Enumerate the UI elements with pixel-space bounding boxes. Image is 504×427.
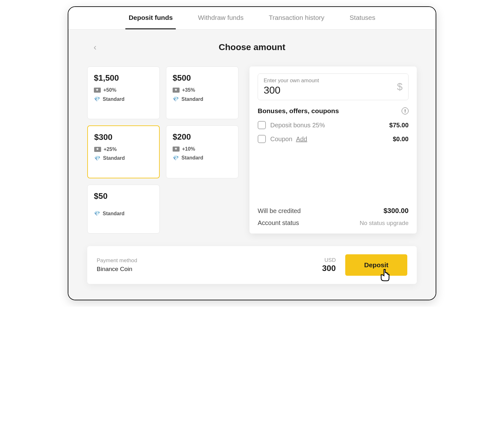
preset-500[interactable]: $500 +35% 💎 Standard bbox=[166, 66, 238, 119]
back-icon[interactable]: ‹ bbox=[94, 42, 96, 52]
preset-amount: $1,500 bbox=[94, 73, 153, 83]
credited-label: Will be credited bbox=[258, 207, 301, 215]
content: ‹ Choose amount $1,500 +50% 💎 Standard bbox=[68, 30, 436, 300]
summary-panel: Enter your own amount $ Bonuses, offers,… bbox=[249, 66, 417, 234]
preset-200[interactable]: $200 +10% 💎 Standard bbox=[166, 125, 238, 179]
footer-amount: USD 300 bbox=[322, 257, 336, 273]
amount-input[interactable] bbox=[264, 84, 327, 96]
cursor-icon bbox=[378, 268, 392, 288]
preset-bonus-text: +10% bbox=[182, 146, 195, 152]
coupon-text: Coupon bbox=[270, 136, 292, 142]
info-icon[interactable]: ! bbox=[402, 107, 409, 114]
footer: Payment method Binance Coin USD 300 Depo… bbox=[87, 246, 417, 284]
bonus-coupon-value: $0.00 bbox=[393, 136, 409, 143]
preset-amount: $500 bbox=[173, 73, 232, 83]
preset-tier-text: Standard bbox=[181, 96, 203, 102]
payment-method-label: Payment method bbox=[97, 257, 322, 264]
currency-icon: $ bbox=[397, 81, 403, 93]
coupon-add-link[interactable]: Add bbox=[296, 136, 307, 142]
preset-tier-text: Standard bbox=[103, 211, 124, 216]
page-title: Choose amount bbox=[87, 42, 417, 52]
diamond-icon: 💎 bbox=[94, 96, 100, 102]
preset-tier: 💎 Standard bbox=[173, 96, 232, 102]
tab-deposit[interactable]: Deposit funds bbox=[125, 7, 176, 29]
tab-history[interactable]: Transaction history bbox=[266, 7, 328, 29]
preset-bonus-text: +50% bbox=[103, 87, 116, 93]
diamond-icon: 💎 bbox=[173, 96, 179, 102]
preset-300[interactable]: $300 +25% 💎 Standard bbox=[87, 125, 160, 179]
bonus-coupon: Coupon Add $0.00 bbox=[258, 135, 409, 143]
payment-method-value: Binance Coin bbox=[97, 266, 322, 273]
bonuses-header: Bonuses, offers, coupons ! bbox=[258, 107, 409, 115]
bonus-coupon-label: Coupon Add bbox=[270, 136, 388, 143]
ticket-icon bbox=[94, 88, 101, 93]
main: $1,500 +50% 💎 Standard $500 +35% bbox=[87, 66, 417, 234]
preset-tier-text: Standard bbox=[103, 96, 124, 102]
bonus-deposit-label: Deposit bonus 25% bbox=[270, 122, 385, 129]
status-value: No status upgrade bbox=[360, 220, 409, 227]
preset-amount: $300 bbox=[94, 132, 153, 142]
preset-bonus-text: +25% bbox=[104, 147, 117, 152]
status-row: Account status No status upgrade bbox=[258, 219, 409, 227]
tabs: Deposit funds Withdraw funds Transaction… bbox=[68, 7, 436, 30]
preset-grid: $1,500 +50% 💎 Standard $500 +35% bbox=[87, 66, 238, 234]
deposit-window: Deposit funds Withdraw funds Transaction… bbox=[68, 6, 436, 300]
preset-tier-text: Standard bbox=[181, 155, 203, 161]
amount-input-wrap[interactable]: Enter your own amount $ bbox=[258, 73, 409, 100]
preset-tier: 💎 Standard bbox=[173, 155, 232, 161]
credited-value: $300.00 bbox=[383, 207, 409, 215]
ticket-icon bbox=[173, 88, 180, 93]
diamond-icon: 💎 bbox=[173, 155, 179, 161]
preset-1500[interactable]: $1,500 +50% 💎 Standard bbox=[87, 66, 160, 119]
preset-tier-text: Standard bbox=[103, 155, 125, 161]
bonus-deposit-checkbox[interactable] bbox=[258, 121, 266, 129]
preset-bonus: +35% bbox=[173, 87, 232, 93]
deposit-button[interactable]: Deposit bbox=[345, 254, 407, 276]
diamond-icon: 💎 bbox=[94, 155, 100, 161]
credited-row: Will be credited $300.00 bbox=[258, 207, 409, 215]
preset-bonus-text: +35% bbox=[182, 87, 195, 93]
preset-bonus: +25% bbox=[94, 147, 153, 152]
bonus-coupon-checkbox[interactable] bbox=[258, 135, 266, 143]
amount-input-label: Enter your own amount bbox=[264, 78, 327, 84]
deposit-button-label: Deposit bbox=[364, 261, 388, 268]
bonuses-title: Bonuses, offers, coupons bbox=[258, 107, 339, 115]
preset-tier: 💎 Standard bbox=[94, 211, 153, 216]
tab-withdraw[interactable]: Withdraw funds bbox=[195, 7, 247, 29]
preset-bonus: +50% bbox=[94, 87, 153, 93]
tab-statuses[interactable]: Statuses bbox=[346, 7, 379, 29]
header: ‹ Choose amount bbox=[87, 42, 417, 52]
bonus-deposit-value: $75.00 bbox=[389, 122, 409, 129]
ticket-icon bbox=[94, 147, 101, 152]
ticket-icon bbox=[173, 147, 180, 152]
status-label: Account status bbox=[258, 219, 299, 227]
preset-tier: 💎 Standard bbox=[94, 96, 153, 102]
diamond-icon: 💎 bbox=[94, 211, 100, 216]
preset-bonus: +10% bbox=[173, 146, 232, 152]
preset-tier: 💎 Standard bbox=[94, 155, 153, 161]
payment-method: Payment method Binance Coin bbox=[97, 257, 322, 273]
footer-amount-value: 300 bbox=[322, 263, 336, 273]
preset-amount: $200 bbox=[173, 132, 232, 142]
footer-currency: USD bbox=[322, 257, 336, 263]
preset-50[interactable]: $50 💎 Standard bbox=[87, 185, 160, 234]
bonus-deposit: Deposit bonus 25% $75.00 bbox=[258, 121, 409, 129]
preset-amount: $50 bbox=[94, 191, 153, 201]
